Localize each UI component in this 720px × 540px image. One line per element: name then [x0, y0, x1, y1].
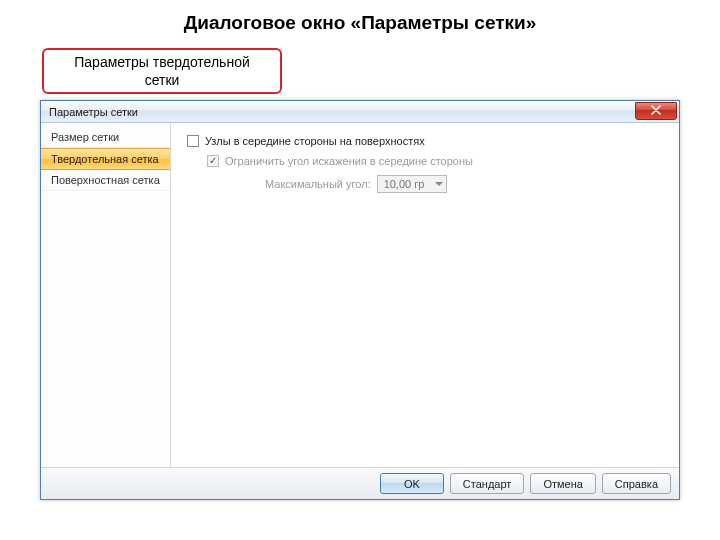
- sidebar-item-mesh-size[interactable]: Размер сетки: [41, 127, 170, 148]
- callout-text: Параметры твердотельной сетки: [42, 48, 282, 94]
- sidebar-item-surface-mesh[interactable]: Поверхностная сетка: [41, 170, 170, 191]
- dialog-title: Параметры сетки: [49, 106, 138, 118]
- row-limit-distortion: Ограничить угол искажения в середине сто…: [207, 155, 663, 167]
- chevron-down-icon: [435, 182, 443, 186]
- label-max-angle: Максимальный угол:: [265, 178, 371, 190]
- dialog-body: Размер сетки Твердотельная сетка Поверхн…: [41, 123, 679, 467]
- checkbox-midside-nodes[interactable]: [187, 135, 199, 147]
- content-panel: Узлы в середине стороны на поверхностях …: [171, 123, 679, 467]
- row-max-angle: Максимальный угол: 10,00 гр: [265, 175, 663, 193]
- dropdown-max-angle-value: 10,00 гр: [384, 178, 425, 190]
- callout: Параметры твердотельной сетки: [42, 48, 282, 94]
- help-button[interactable]: Справка: [602, 473, 671, 494]
- titlebar: Параметры сетки: [41, 101, 679, 123]
- close-button[interactable]: [635, 102, 677, 120]
- row-midside-nodes: Узлы в середине стороны на поверхностях: [187, 135, 663, 147]
- label-limit-distortion: Ограничить угол искажения в середине сто…: [225, 155, 473, 167]
- slide-title: Диалоговое окно «Параметры сетки»: [0, 0, 720, 40]
- standard-button[interactable]: Стандарт: [450, 473, 525, 494]
- button-row: OK Стандарт Отмена Справка: [41, 467, 679, 499]
- label-midside-nodes: Узлы в середине стороны на поверхностях: [205, 135, 425, 147]
- cancel-button[interactable]: Отмена: [530, 473, 595, 494]
- sidebar-item-solid-mesh[interactable]: Твердотельная сетка: [41, 148, 170, 170]
- dropdown-max-angle[interactable]: 10,00 гр: [377, 175, 447, 193]
- sidebar: Размер сетки Твердотельная сетка Поверхн…: [41, 123, 171, 467]
- ok-button[interactable]: OK: [380, 473, 444, 494]
- dialog-window: Параметры сетки Размер сетки Твердотельн…: [40, 100, 680, 500]
- close-icon: [651, 105, 661, 117]
- checkbox-limit-distortion[interactable]: [207, 155, 219, 167]
